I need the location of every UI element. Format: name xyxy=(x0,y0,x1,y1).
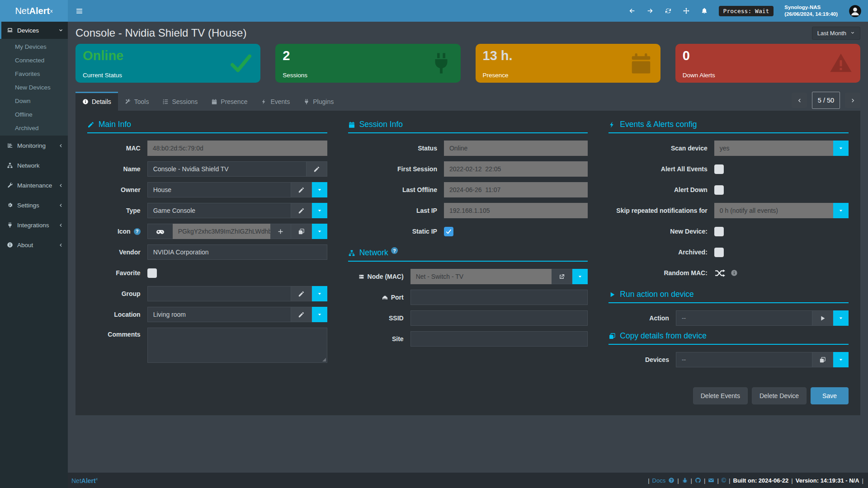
sidebar-subitem-archived[interactable]: Archived xyxy=(0,121,68,135)
sidebar-toggle-icon[interactable] xyxy=(75,0,83,22)
devices-copy-button[interactable] xyxy=(812,352,833,367)
sidebar-subitem-connected[interactable]: Connected xyxy=(0,53,68,67)
footer-brand[interactable]: NetAlertx xyxy=(71,477,98,484)
footer-separator: | xyxy=(648,477,649,484)
name-input[interactable]: Console - Nvidia Shield TV xyxy=(147,161,307,177)
icon-copy-button[interactable] xyxy=(291,224,312,239)
tab-plugins[interactable]: Plugins xyxy=(297,92,340,111)
new-device-checkbox[interactable] xyxy=(714,227,724,236)
scan-device-caret-button[interactable] xyxy=(833,141,849,156)
sidebar-item-devices[interactable]: Devices xyxy=(0,22,68,39)
mac-control: 48:b0:2d:5c:79:0d xyxy=(147,141,327,156)
icon-caret-button[interactable] xyxy=(312,224,327,239)
footer-separator: | xyxy=(791,477,793,484)
static-ip-label: Static IP xyxy=(348,228,444,235)
form-row-comments: Comments xyxy=(87,328,327,343)
tab-events[interactable]: Events xyxy=(254,92,297,111)
period-selector[interactable]: Last Month xyxy=(812,27,860,40)
sidebar-item-integrations[interactable]: Integrations xyxy=(0,215,68,235)
delete-events-button[interactable]: Delete Events xyxy=(693,387,748,404)
action-input[interactable]: -- xyxy=(676,310,812,326)
static-ip-checkbox[interactable] xyxy=(444,227,453,236)
skip-repeated-notifications-for-caret-button[interactable] xyxy=(833,203,849,218)
sidebar-item-label: Integrations xyxy=(17,222,49,229)
question-circle-icon[interactable] xyxy=(668,477,675,483)
sidebar-item-network[interactable]: Network xyxy=(0,155,68,175)
scan-device-select[interactable]: yes xyxy=(714,141,833,156)
type-pencil-button[interactable] xyxy=(291,203,312,218)
user-avatar[interactable] xyxy=(849,5,862,18)
alert-down-checkbox[interactable] xyxy=(714,185,724,195)
owner-caret-button[interactable] xyxy=(312,182,327,197)
sidebar-item-about[interactable]: About xyxy=(0,235,68,255)
save-button[interactable]: Save xyxy=(811,387,849,404)
tab-tools[interactable]: Tools xyxy=(118,92,156,111)
sidebar-subitem-offline[interactable]: Offline xyxy=(0,108,68,121)
host-name: Synology-NAS xyxy=(784,4,838,11)
ssid-input[interactable] xyxy=(410,310,588,326)
fullscreen-move-icon[interactable] xyxy=(683,7,690,14)
bell-icon[interactable] xyxy=(701,7,708,14)
sidebar-subitem-down[interactable]: Down xyxy=(0,94,68,108)
archived-checkbox[interactable] xyxy=(714,248,724,257)
tab-details[interactable]: Details xyxy=(75,92,118,111)
arrow-left-icon[interactable] xyxy=(628,7,636,14)
action-play-button[interactable] xyxy=(812,310,833,326)
check-icon xyxy=(446,229,452,235)
sidebar-subitem-my-devices[interactable]: My Devices xyxy=(0,40,68,53)
tab-presence[interactable]: Presence xyxy=(204,92,254,111)
location-caret-button[interactable] xyxy=(312,307,327,322)
github-icon[interactable] xyxy=(695,477,701,483)
arrow-right-icon[interactable] xyxy=(646,7,654,14)
owner-input[interactable]: House xyxy=(147,182,291,197)
sidebar-item-maintenance[interactable]: Maintenance xyxy=(0,175,68,195)
node-mac-select[interactable]: Net - Switch - TV xyxy=(410,269,552,284)
node-mac-caret-button[interactable] xyxy=(572,269,588,284)
tab-label: Sessions xyxy=(172,98,198,105)
alert-all-events-checkbox[interactable] xyxy=(714,164,724,174)
name-pencil-button[interactable] xyxy=(307,161,327,177)
footer-link-docs[interactable]: Docs xyxy=(652,477,666,484)
icon-plus-button[interactable] xyxy=(270,224,291,239)
envelope-icon[interactable] xyxy=(708,477,714,483)
app-logo[interactable]: NetAlertx xyxy=(0,0,68,22)
devices-label: Devices xyxy=(609,356,676,363)
refresh-icon[interactable] xyxy=(665,7,672,14)
next-device-button[interactable] xyxy=(845,93,860,108)
tab-label: Details xyxy=(92,98,111,105)
prev-device-button[interactable] xyxy=(792,93,807,108)
location-pencil-button[interactable] xyxy=(291,307,312,322)
bug-icon[interactable] xyxy=(682,477,688,483)
group-input[interactable] xyxy=(147,286,291,301)
skip-repeated-notifications-for-label: Skip repeated notifications for xyxy=(609,207,714,214)
group-caret-button[interactable] xyxy=(312,286,327,301)
sidebar-item-settings[interactable]: Settings xyxy=(0,195,68,215)
pencil-icon xyxy=(298,187,305,193)
laptop-icon xyxy=(6,27,14,33)
type-input[interactable]: Game Console xyxy=(147,203,291,218)
action-caret-button[interactable] xyxy=(833,310,849,326)
help-icon[interactable]: ? xyxy=(134,228,141,235)
skip-repeated-notifications-for-select[interactable]: 0 h (notify all events) xyxy=(714,203,833,218)
help-icon[interactable]: ? xyxy=(391,247,398,254)
delete-device-button[interactable]: Delete Device xyxy=(752,387,807,404)
node-mac-external-link-button[interactable] xyxy=(552,269,572,284)
devices-caret-button[interactable] xyxy=(833,352,849,367)
port-input[interactable] xyxy=(410,290,588,305)
favorite-checkbox[interactable] xyxy=(147,268,157,278)
comments-textarea[interactable] xyxy=(147,328,327,363)
sidebar: DevicesMy DevicesConnectedFavoritesNew D… xyxy=(0,22,68,488)
group-pencil-button[interactable] xyxy=(291,286,312,301)
sidebar-item-monitoring[interactable]: Monitoring xyxy=(0,136,68,155)
sidebar-subitem-new-devices[interactable]: New Devices xyxy=(0,80,68,94)
vendor-input[interactable]: NVIDIA Corporation xyxy=(147,244,327,260)
sidebar-subitem-favorites[interactable]: Favorites xyxy=(0,67,68,80)
type-caret-button[interactable] xyxy=(312,203,327,218)
owner-pencil-button[interactable] xyxy=(291,182,312,197)
tab-sessions[interactable]: Sessions xyxy=(156,92,204,111)
form-row-ssid: SSID xyxy=(348,310,588,326)
location-input[interactable]: Living room xyxy=(147,307,291,322)
devices-input[interactable]: -- xyxy=(676,352,812,367)
site-input[interactable] xyxy=(410,331,588,347)
vendor-control: NVIDIA Corporation xyxy=(147,244,327,260)
